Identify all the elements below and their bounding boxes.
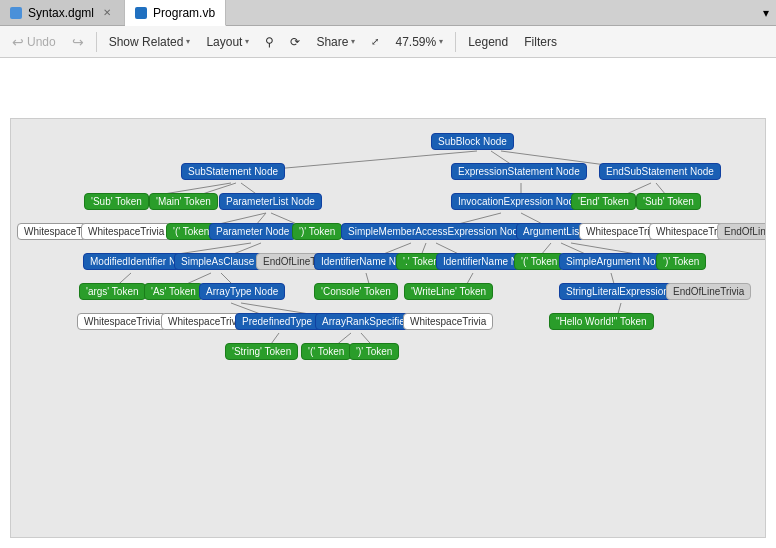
node-endoflinetrivia3[interactable]: EndOfLineTrivia: [666, 283, 751, 300]
node-console-token[interactable]: 'Console' Token: [314, 283, 398, 300]
layout-arrow: ▾: [245, 37, 249, 46]
refresh-button[interactable]: ⟳: [284, 32, 306, 52]
redo-icon: ↪: [72, 34, 84, 50]
layout-button[interactable]: Layout ▾: [200, 32, 255, 52]
zoom-arrow: ▾: [439, 37, 443, 46]
node-endsubstatement[interactable]: EndSubStatement Node: [599, 163, 721, 180]
refresh-icon: ⟳: [290, 35, 300, 49]
redo-button[interactable]: ↪: [66, 31, 90, 53]
filters-button[interactable]: Filters: [518, 32, 563, 52]
tab-bar: Syntax.dgml ✕ Program.vb ▾: [0, 0, 776, 26]
node-paren-token2[interactable]: ')' Token: [292, 223, 342, 240]
node-whitespacetrivia5[interactable]: WhitespaceTrivia: [77, 313, 167, 330]
node-whitespacetrivia2[interactable]: WhitespaceTrivia: [81, 223, 171, 240]
tab-syntax[interactable]: Syntax.dgml ✕: [0, 0, 125, 25]
node-endoflinetrivia1[interactable]: EndOfLineTrivia: [717, 223, 766, 240]
tab-overflow-btn[interactable]: ▾: [756, 0, 776, 25]
find-button[interactable]: ⚲: [259, 32, 280, 52]
share-button[interactable]: Share ▾: [310, 32, 361, 52]
node-whitespacetrivia7[interactable]: WhitespaceTrivia: [403, 313, 493, 330]
node-arraytype[interactable]: ArrayType Node: [199, 283, 285, 300]
syntax-tab-label: Syntax.dgml: [28, 6, 94, 20]
tab-bar-filler: [226, 0, 756, 25]
node-as-token[interactable]: 'As' Token: [144, 283, 203, 300]
main-area: SubBlock Node SubStatement Node Expressi…: [0, 58, 776, 548]
node-main-token[interactable]: 'Main' Token: [149, 193, 218, 210]
node-sub-token1[interactable]: 'Sub' Token: [84, 193, 149, 210]
node-simplememberaccess[interactable]: SimpleMemberAccessExpression Node: [341, 223, 531, 240]
node-t-token1[interactable]: '(' Token: [514, 253, 564, 270]
show-related-button[interactable]: Show Related ▾: [103, 32, 197, 52]
node-t-token2[interactable]: ')' Token: [656, 253, 706, 270]
node-subblock[interactable]: SubBlock Node: [431, 133, 514, 150]
node-invocationexpression[interactable]: InvocationExpression Node: [451, 193, 587, 210]
undo-icon: ↩: [12, 34, 24, 50]
program-tab-icon: [135, 7, 147, 19]
syntax-tab-close[interactable]: ✕: [100, 6, 114, 20]
program-tab-label: Program.vb: [153, 6, 215, 20]
node-string-token[interactable]: 'String' Token: [225, 343, 298, 360]
node-expressionstatement[interactable]: ExpressionStatement Node: [451, 163, 587, 180]
sep1: [96, 32, 97, 52]
node-substatement[interactable]: SubStatement Node: [181, 163, 285, 180]
node-rparen-token[interactable]: ')' Token: [349, 343, 399, 360]
node-sub-token2[interactable]: 'Sub' Token: [636, 193, 701, 210]
node-args-token[interactable]: 'args' Token: [79, 283, 146, 300]
fit-icon: ⤢: [371, 36, 379, 47]
tab-program[interactable]: Program.vb: [125, 0, 226, 26]
node-end-token[interactable]: 'End' Token: [571, 193, 636, 210]
toolbar: ↩ Undo ↪ Show Related ▾ Layout ▾ ⚲ ⟳ Sha…: [0, 26, 776, 58]
svg-line-0: [252, 151, 477, 171]
graph-canvas[interactable]: SubBlock Node SubStatement Node Expressi…: [10, 118, 766, 538]
node-parameter-node[interactable]: Parameter Node: [209, 223, 296, 240]
fit-button[interactable]: ⤢: [365, 33, 385, 50]
sep2: [455, 32, 456, 52]
share-arrow: ▾: [351, 37, 355, 46]
legend-button[interactable]: Legend: [462, 32, 514, 52]
show-related-arrow: ▾: [186, 37, 190, 46]
zoom-button[interactable]: 47.59% ▾: [389, 32, 449, 52]
node-parameterlist[interactable]: ParameterList Node: [219, 193, 322, 210]
find-icon: ⚲: [265, 35, 274, 49]
node-lparen-token[interactable]: '(' Token: [301, 343, 351, 360]
undo-button[interactable]: ↩ Undo: [6, 31, 62, 53]
syntax-tab-icon: [10, 7, 22, 19]
node-writeline-token[interactable]: 'WriteLine' Token: [404, 283, 493, 300]
node-helloworld-token[interactable]: "Hello World!" Token: [549, 313, 654, 330]
